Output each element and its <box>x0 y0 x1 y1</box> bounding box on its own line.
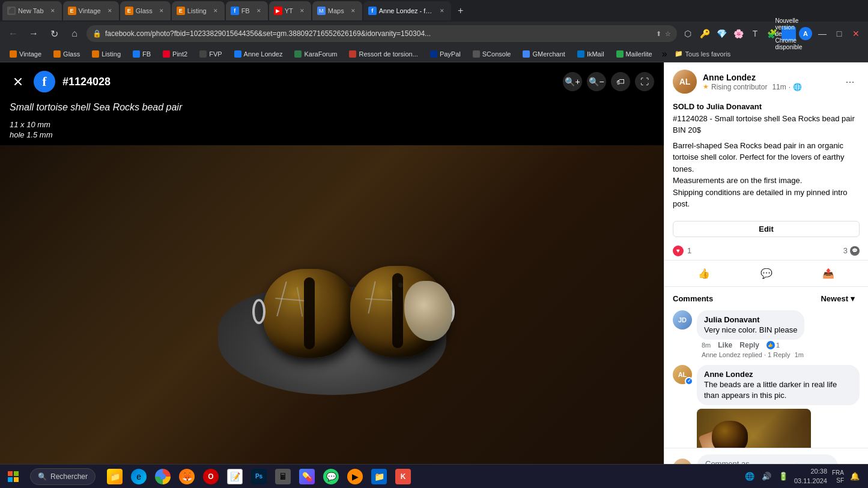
right-panel: AL Anne Londez ★ Rising contributor 11m … <box>664 62 868 488</box>
forward-button[interactable]: → <box>25 25 42 42</box>
tab-close-vintage[interactable]: ✕ <box>106 7 114 15</box>
tab-close-maps[interactable]: ✕ <box>349 7 357 15</box>
share-action-button[interactable]: 📤 <box>797 263 860 284</box>
network-icon[interactable]: 🌐 <box>744 471 756 483</box>
taskbar-edge[interactable]: e <box>128 465 150 489</box>
bookmark-vintage[interactable]: Vintage <box>5 47 46 61</box>
tab-close-glass[interactable]: ✕ <box>157 7 166 15</box>
tab-1[interactable]: ⬛ New Tab ✕ <box>2 1 62 20</box>
taskbar-opera[interactable]: O <box>200 465 222 489</box>
volume-icon[interactable]: 🔊 <box>760 471 772 483</box>
bookmark-glass[interactable]: Glass <box>49 47 85 61</box>
bookmark-mailerlite[interactable]: Mailerlite <box>612 47 657 61</box>
post-more-button[interactable]: ··· <box>840 72 860 91</box>
bookmark-label-sconsole: SConsole <box>482 50 511 58</box>
taskbar-chrome[interactable] <box>152 465 174 489</box>
tab-close-photo[interactable]: ✕ <box>438 7 446 15</box>
taskbar-firefox[interactable]: 🦊 <box>176 465 198 489</box>
taskbar-notepad[interactable]: 📝 <box>224 465 246 489</box>
like-action-button[interactable]: 👍 <box>673 263 735 284</box>
taskbar-app-10[interactable]: 📁 <box>368 465 390 489</box>
tab-close-fb[interactable]: ✕ <box>255 7 263 15</box>
bookmark-gmerchant[interactable]: GMerchant <box>518 47 569 61</box>
comment-like-julia[interactable]: Like <box>718 341 732 349</box>
bookmark-label-gmerchant: GMerchant <box>532 50 565 58</box>
battery-icon[interactable]: 🔋 <box>777 471 789 483</box>
taskbar-search-box[interactable]: 🔍 Rechercher <box>30 468 96 485</box>
like-count-number: 1 <box>776 342 780 349</box>
profile-button[interactable]: A <box>798 26 813 41</box>
address-bar[interactable]: 🔒 facebook.com/photo?fbid=10233829015644… <box>86 25 677 42</box>
globe-icon: 🌐 <box>793 83 802 91</box>
sold-name: Julia Donavant <box>706 102 762 111</box>
comment-image-anne[interactable] <box>697 409 811 448</box>
tab-glass[interactable]: E Glass ✕ <box>120 1 171 20</box>
bookmark-anne-londez[interactable]: Anne Londez <box>229 47 288 61</box>
notepad-icon: 📝 <box>227 469 243 484</box>
browser-chrome: ⬛ New Tab ✕ E Vintage ✕ E Glass ✕ E List… <box>0 0 868 62</box>
maximize-button[interactable]: □ <box>832 26 846 41</box>
tab-yt[interactable]: ▶ YT ✕ <box>269 1 311 20</box>
close-photo-button[interactable] <box>10 73 26 90</box>
bookmarks-more[interactable]: » <box>662 49 667 59</box>
comment-reply-julia[interactable]: Reply <box>739 341 759 349</box>
bookmark-pint2[interactable]: Pint2 <box>158 47 192 61</box>
close-button[interactable]: ✕ <box>849 26 863 41</box>
zoom-out-button[interactable]: 🔍− <box>587 72 606 91</box>
notification-bell[interactable]: 🔔 <box>849 471 861 483</box>
tab-close-yt[interactable]: ✕ <box>298 7 306 15</box>
reply-link-julia[interactable]: Anne Londez replied · 1 Reply 1m <box>697 351 860 359</box>
taskbar-vlc[interactable]: ▶ <box>344 465 366 489</box>
bookmark-icon-sconsole <box>473 50 480 58</box>
home-button[interactable]: ⌂ <box>66 25 83 42</box>
bookmark-sconsole[interactable]: SConsole <box>468 47 516 61</box>
back-button[interactable]: ← <box>5 25 22 42</box>
sort-button[interactable]: Newest ▾ <box>816 292 860 306</box>
reload-button[interactable]: ↻ <box>46 25 62 42</box>
ext-icon-2[interactable]: 🔑 <box>697 26 712 41</box>
tab-vintage[interactable]: E Vintage ✕ <box>63 1 119 20</box>
ext-icon-1[interactable]: ⬡ <box>681 26 695 41</box>
taskbar-calc[interactable]: 🖩 <box>272 465 294 489</box>
bookmark-paypal[interactable]: PayPal <box>425 47 466 61</box>
tag-button[interactable]: 🏷 <box>611 72 630 91</box>
zoom-in-button[interactable]: 🔍+ <box>563 72 582 91</box>
taskbar-app-11[interactable]: K <box>392 465 414 489</box>
taskbar-whatsapp[interactable]: 💬 <box>320 465 342 489</box>
bookmark-fb[interactable]: FB <box>128 47 156 61</box>
taskbar-file-explorer[interactable]: 📁 <box>104 465 126 489</box>
verified-badge-icon: ✓ <box>685 377 693 385</box>
bookmark-listing[interactable]: Listing <box>87 47 126 61</box>
ext-icon-3[interactable]: 💎 <box>714 26 729 41</box>
start-button[interactable] <box>0 465 26 489</box>
comment-content-anne: Anne Londez The beads are a little darke… <box>697 365 860 448</box>
edit-button[interactable]: Edit <box>673 221 860 237</box>
share-icon: ⬆ <box>656 30 661 38</box>
bookmark-ressort[interactable]: Ressort de torsion... <box>344 47 422 61</box>
minimize-button[interactable]: — <box>815 26 830 41</box>
all-bookmarks[interactable]: 📁 Tous les favoris <box>675 50 731 58</box>
taskbar-app-7[interactable]: 💊 <box>296 465 318 489</box>
comment-content-julia: Julia Donavant Very nice color. BIN plea… <box>697 310 860 359</box>
bookmark-karaforum[interactable]: KaraForum <box>290 47 342 61</box>
bookmark-icon-fb <box>133 50 140 58</box>
all-bookmarks-label: Tous les favoris <box>685 50 731 58</box>
ext-translate[interactable]: T <box>748 26 762 41</box>
tab-close-listing[interactable]: ✕ <box>211 7 220 15</box>
ext-icon-4[interactable]: 🌸 <box>731 26 745 41</box>
ext-update-chrome[interactable]: Nouvelle version de Chrome disponible <box>782 26 796 41</box>
tab-listing[interactable]: E Listing ✕ <box>172 1 225 20</box>
bookmark-ikmail[interactable]: IkMail <box>572 47 609 61</box>
bookmark-fvp[interactable]: FVP <box>195 47 226 61</box>
photo-viewer: f #1124028 🔍+ 🔍− 🏷 ⛶ Small tortoise shel… <box>0 62 664 488</box>
tab-add-button[interactable]: + <box>452 2 469 19</box>
tab-close-1[interactable]: ✕ <box>49 7 57 15</box>
fullscreen-button[interactable]: ⛶ <box>635 72 654 91</box>
tab-maps[interactable]: M Maps ✕ <box>312 1 362 20</box>
bookmark-label-listing: Listing <box>102 50 121 58</box>
main-content: f #1124028 🔍+ 🔍− 🏷 ⛶ Small tortoise shel… <box>0 62 868 488</box>
taskbar-photoshop[interactable]: Ps <box>248 465 270 489</box>
tab-fb[interactable]: f FB ✕ <box>226 1 268 20</box>
tab-photo[interactable]: f Anne Londez - facebook.com ✕ <box>363 1 451 20</box>
comment-action-button[interactable]: 💬 <box>735 263 798 284</box>
